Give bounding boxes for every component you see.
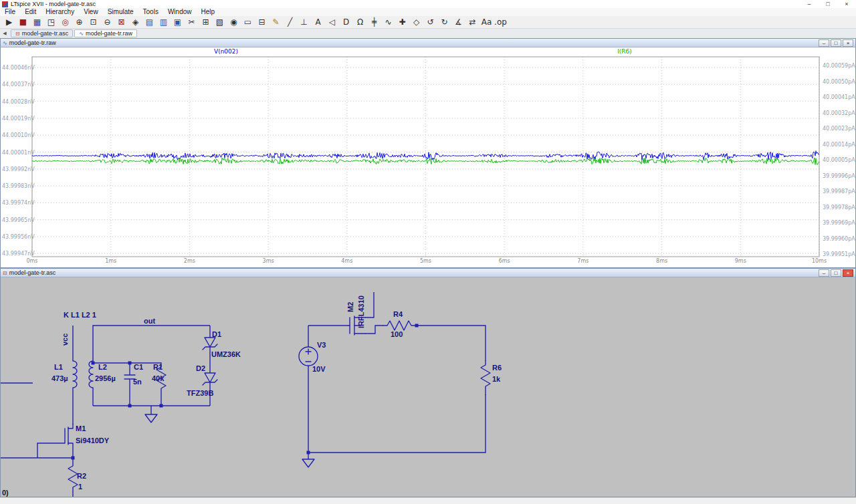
tile-horizontal-icon[interactable]: ▤ xyxy=(142,16,156,28)
probe-icon[interactable]: ◎ xyxy=(58,16,72,28)
value-D1[interactable]: UMZ36K xyxy=(211,350,241,358)
ground-icon[interactable] xyxy=(302,459,314,467)
wire-return[interactable] xyxy=(308,394,486,453)
waveform-plot[interactable]: 44.00046nV44.00037nV44.00028nV44.00019nV… xyxy=(1,47,855,267)
value-C1[interactable]: 5n xyxy=(133,378,142,386)
halt-icon[interactable]: ■ xyxy=(16,16,30,28)
wire-m2-source[interactable] xyxy=(365,326,383,334)
minimize-button[interactable]: – xyxy=(800,0,819,8)
menu-file[interactable]: File xyxy=(0,8,20,16)
drag-icon[interactable]: ◇ xyxy=(409,16,423,28)
diode-icon[interactable]: ◁ xyxy=(325,16,339,28)
text-icon[interactable]: Aa xyxy=(479,16,494,28)
component-icon[interactable]: D xyxy=(339,16,353,28)
autoscale-icon[interactable]: ◳ xyxy=(44,16,58,28)
value-R1[interactable]: 40k xyxy=(152,374,165,382)
schematic-canvas[interactable]: K L1 L2 1 vcc out L1 473µ L2 2956µ C1 5n… xyxy=(1,277,855,497)
cascade-icon[interactable]: ▣ xyxy=(171,16,185,28)
pencil-icon[interactable]: ✎ xyxy=(269,16,283,28)
label-icon[interactable]: A xyxy=(311,16,325,28)
tab-model-gate-tr.raw[interactable]: ∿model-gate-tr.raw xyxy=(74,29,137,37)
waveform-maximize-button[interactable]: □ xyxy=(831,39,841,47)
clipped-spice-directive[interactable]: 0) xyxy=(2,489,9,497)
value-R6[interactable]: 1k xyxy=(492,375,501,383)
wire-out-rail[interactable] xyxy=(93,326,210,361)
ground-icon[interactable] xyxy=(145,414,157,422)
mirror-icon[interactable]: ⇄ xyxy=(465,16,479,28)
trace-label-v-n002[interactable]: V(n002) xyxy=(214,48,238,55)
cut-icon[interactable]: ✂ xyxy=(185,16,199,28)
print-preview-icon[interactable]: ⊟ xyxy=(255,16,269,28)
waveform-close-button[interactable]: × xyxy=(843,39,853,47)
resistor-icon[interactable]: Ω xyxy=(353,16,367,28)
capacitor-icon[interactable]: ╪ xyxy=(367,16,381,28)
value-L1[interactable]: 473µ xyxy=(51,374,68,382)
label-R6[interactable]: R6 xyxy=(492,364,502,372)
wire-m2-drain[interactable] xyxy=(365,292,374,318)
label-C1[interactable]: C1 xyxy=(134,363,143,371)
copy-icon[interactable]: ⊞ xyxy=(199,16,213,28)
wire-icon[interactable]: ╱ xyxy=(283,16,297,28)
menu-edit[interactable]: Edit xyxy=(20,8,41,16)
schematic-window-titlebar[interactable]: ⊟ model-gate-tr.asc – □ × xyxy=(1,269,855,277)
label-R2[interactable]: R2 xyxy=(77,472,86,480)
mosfet-M1-symbol[interactable] xyxy=(37,424,73,458)
zoom-rect-icon[interactable]: ⊡ xyxy=(86,16,100,28)
value-R2[interactable]: 1 xyxy=(78,483,82,491)
label-L1[interactable]: L1 xyxy=(54,363,63,371)
ground-icon[interactable]: ⊥ xyxy=(297,16,311,28)
voltage-source-V3-symbol[interactable] xyxy=(299,347,318,366)
label-D1[interactable]: D1 xyxy=(212,330,221,338)
spice-directive-icon[interactable]: .op xyxy=(494,16,508,28)
menu-window[interactable]: Window xyxy=(163,8,197,16)
label-M2[interactable]: M2 xyxy=(346,302,354,312)
net-label-out[interactable]: out xyxy=(144,317,155,325)
menu-help[interactable]: Help xyxy=(197,8,220,16)
value-L2[interactable]: 2956µ xyxy=(95,374,116,382)
schematic-close-button[interactable]: × xyxy=(843,269,853,277)
label-R1[interactable]: R1 xyxy=(153,363,163,371)
schematic-maximize-button[interactable]: □ xyxy=(831,269,841,277)
scroll-tabs-icon[interactable]: ◀ xyxy=(0,31,9,36)
label-L2[interactable]: L2 xyxy=(98,363,107,371)
wire-v3-top[interactable] xyxy=(308,326,348,347)
resistor-R6-symbol[interactable] xyxy=(481,361,490,394)
value-R4[interactable]: 100 xyxy=(391,330,403,338)
waveform-minimize-button[interactable]: – xyxy=(819,39,829,47)
tile-vertical-icon[interactable]: ▥ xyxy=(156,16,171,28)
undo-icon[interactable]: ↺ xyxy=(423,16,437,28)
menu-tools[interactable]: Tools xyxy=(138,8,163,16)
label-M1[interactable]: M1 xyxy=(76,424,86,432)
print-icon[interactable]: ▭ xyxy=(241,16,255,28)
menu-simulate[interactable]: Simulate xyxy=(103,8,138,16)
zoom-full-icon[interactable]: ⊠ xyxy=(114,16,128,28)
waveform-window-titlebar[interactable]: ∿ model-gate-tr.raw – □ × xyxy=(1,39,855,47)
run-icon[interactable]: ▶ xyxy=(2,16,16,28)
close-button[interactable]: × xyxy=(837,0,856,8)
move-icon[interactable]: ✚ xyxy=(395,16,409,28)
menu-hierarchy[interactable]: Hierarchy xyxy=(41,8,79,16)
coupling-directive-text[interactable]: K L1 L2 1 xyxy=(64,311,96,319)
tab-model-gate-tr.asc[interactable]: ⊟model-gate-tr.asc xyxy=(11,29,73,37)
value-M1[interactable]: Si9410DY xyxy=(76,436,110,445)
resistor-R4-symbol[interactable] xyxy=(383,321,415,330)
label-R4[interactable]: R4 xyxy=(393,310,403,318)
paste-icon[interactable]: ▧ xyxy=(213,16,227,28)
find-icon[interactable]: ◉ xyxy=(227,16,241,28)
menu-view[interactable]: View xyxy=(79,8,103,16)
pan-icon[interactable]: ◈ xyxy=(128,16,142,28)
zoom-in-icon[interactable]: ⊕ xyxy=(72,16,86,28)
redo-icon[interactable]: ↻ xyxy=(437,16,451,28)
value-D2[interactable]: TFZ39B xyxy=(187,389,213,397)
rotate-icon[interactable]: ∡ xyxy=(451,16,465,28)
save-icon[interactable]: ▦ xyxy=(30,16,44,28)
value-V3[interactable]: 10V xyxy=(312,365,326,373)
maximize-button[interactable]: □ xyxy=(819,0,837,8)
inductor-icon[interactable]: ∿ xyxy=(381,16,395,28)
value-M2[interactable]: IRFL4310 xyxy=(357,295,365,328)
net-label-vcc[interactable]: vcc xyxy=(61,334,69,346)
resistor-R2-symbol[interactable] xyxy=(68,458,78,497)
label-D2[interactable]: D2 xyxy=(196,364,205,372)
label-V3[interactable]: V3 xyxy=(317,341,326,349)
trace-label-i-r6[interactable]: I(R6) xyxy=(617,48,632,55)
